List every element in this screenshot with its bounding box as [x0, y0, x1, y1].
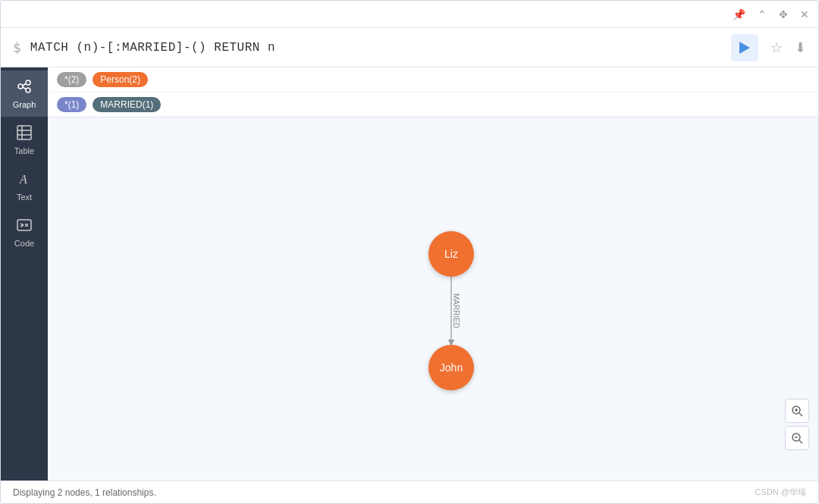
- zoom-out-button[interactable]: [785, 426, 809, 450]
- status-bar: Displaying 2 nodes, 1 relationships. CSD…: [1, 481, 818, 503]
- status-message: Displaying 2 nodes, 1 relationships.: [13, 487, 156, 498]
- svg-marker-0: [739, 42, 750, 54]
- text-icon: A: [16, 171, 33, 189]
- dollar-sign: $: [13, 39, 21, 55]
- watermark: CSDN @华瑞: [755, 487, 806, 498]
- zoom-in-button[interactable]: [785, 399, 809, 423]
- svg-line-4: [23, 84, 26, 86]
- svg-point-2: [26, 80, 30, 85]
- tags-row-rels: *(1) MARRIED(1): [48, 92, 818, 117]
- main-window: 📌 ⌃ ✥ ✕ $ MATCH (n)-[:MARRIED]-() RETURN…: [0, 0, 819, 504]
- tag-all-nodes[interactable]: *(2): [57, 72, 86, 87]
- close-icon[interactable]: ✕: [800, 9, 809, 20]
- tag-all-rels[interactable]: *(1): [57, 97, 86, 112]
- svg-line-22: [799, 440, 802, 443]
- svg-line-13: [20, 225, 24, 227]
- minimize-icon[interactable]: ⌃: [758, 9, 767, 20]
- sidebar-item-graph[interactable]: Graph: [1, 70, 48, 117]
- svg-line-18: [799, 413, 802, 416]
- tag-married[interactable]: MARRIED(1): [93, 97, 161, 112]
- code-icon: [16, 217, 33, 236]
- node-liz[interactable]: Liz: [428, 231, 474, 277]
- sidebar-item-text[interactable]: A Text: [1, 163, 48, 209]
- query-text: MATCH (n)-[:MARRIED]-() RETURN n: [30, 41, 731, 55]
- svg-line-5: [23, 87, 26, 89]
- download-button[interactable]: ⬇: [795, 39, 806, 56]
- query-actions: ☆ ⬇: [731, 34, 806, 61]
- edge-label-married: MARRIED: [452, 293, 460, 328]
- pin-icon[interactable]: 📌: [733, 9, 745, 20]
- sidebar-item-table[interactable]: Table: [1, 117, 48, 163]
- table-icon: [16, 124, 33, 143]
- main-layout: Graph Table A: [1, 67, 818, 481]
- zoom-controls: [785, 399, 809, 450]
- graph-icon: [16, 78, 33, 97]
- expand-icon[interactable]: ✥: [779, 9, 788, 20]
- node-liz-label: Liz: [444, 248, 458, 260]
- svg-point-1: [18, 84, 23, 89]
- sidebar-table-label: Table: [14, 146, 34, 155]
- favorite-button[interactable]: ☆: [770, 39, 783, 56]
- tags-bar: *(2) Person(2) *(1) MARRIED(1): [48, 67, 818, 117]
- sidebar-item-code[interactable]: Code: [1, 209, 48, 255]
- graph-canvas: MARRIED Liz John: [48, 117, 818, 481]
- sidebar: Graph Table A: [1, 67, 48, 481]
- graph-svg: MARRIED: [48, 117, 818, 481]
- query-bar: $ MATCH (n)-[:MARRIED]-() RETURN n ☆ ⬇: [1, 28, 818, 67]
- node-john-label: John: [440, 362, 463, 374]
- svg-text:A: A: [19, 173, 27, 186]
- titlebar: 📌 ⌃ ✥ ✕: [1, 1, 818, 28]
- sidebar-code-label: Code: [14, 239, 34, 248]
- svg-rect-11: [17, 220, 31, 230]
- sidebar-graph-label: Graph: [13, 100, 36, 109]
- svg-rect-6: [17, 126, 31, 139]
- svg-point-3: [26, 88, 30, 92]
- sidebar-text-label: Text: [17, 193, 32, 202]
- node-john[interactable]: John: [428, 345, 474, 390]
- tag-person[interactable]: Person(2): [93, 72, 148, 87]
- tags-row-nodes: *(2) Person(2): [48, 67, 818, 92]
- content-area: *(2) Person(2) *(1) MARRIED(1): [48, 67, 818, 481]
- run-button[interactable]: [731, 34, 758, 61]
